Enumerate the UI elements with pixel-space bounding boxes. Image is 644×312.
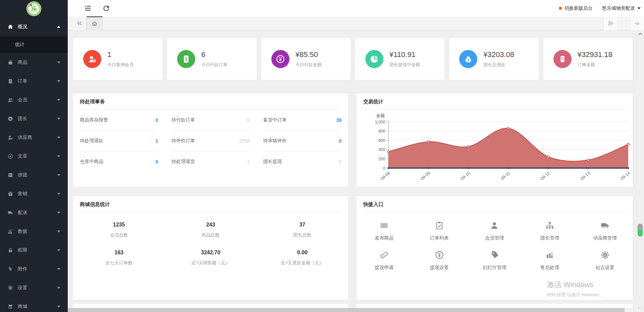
quick-entry-2[interactable]: 订单列表 bbox=[412, 220, 467, 241]
gear-icon bbox=[7, 285, 13, 291]
sidebar-item-leaders[interactable]: 团长 bbox=[0, 109, 68, 128]
sidebar-item-goods[interactable]: 商品 bbox=[0, 53, 68, 72]
face-icon bbox=[7, 116, 13, 122]
chevron-down-icon bbox=[57, 212, 60, 214]
quick-entry-grid: 发布商品订单列表会员管理团长管理供应商管理提现申请提现设置幻灯片管理售后处理站点… bbox=[357, 220, 633, 271]
vertical-scrollbar[interactable] bbox=[636, 30, 644, 312]
sidebar-item-marketing[interactable]: 营销 bbox=[0, 185, 68, 203]
sidebar-item-data[interactable]: 数据 bbox=[0, 222, 68, 241]
pending-item-value[interactable]: 1 bbox=[156, 138, 158, 144]
sidebar-item-suppliers[interactable]: 供应商 bbox=[0, 128, 68, 147]
sidebar-item-mall[interactable]: 商城 bbox=[0, 297, 68, 312]
svg-text:1,000: 1,000 bbox=[375, 120, 385, 124]
quick-entry-5[interactable]: 供应商管理 bbox=[577, 220, 633, 241]
quick-entry-9[interactable]: 售后处理 bbox=[522, 249, 578, 271]
scroll-up-icon[interactable] bbox=[636, 31, 644, 37]
refresh-icon[interactable] bbox=[102, 4, 110, 12]
pending-item-label: 仓库中商品 bbox=[80, 159, 103, 165]
switch-new-admin-link[interactable]: 切换新版后台 bbox=[559, 5, 593, 11]
pending-item-value[interactable]: 0 bbox=[156, 117, 158, 123]
vertical-scrollbar-thumb[interactable] bbox=[638, 224, 643, 237]
stat-card-label: 订单金额 bbox=[578, 62, 612, 68]
mall-stats-panel: 商城信息统计 1235会员总数243商品总数37团长总数163近七天订单数324… bbox=[73, 196, 348, 300]
svg-text:200: 200 bbox=[378, 157, 385, 161]
sidebar-item-label: 拼团 bbox=[18, 172, 28, 178]
mall-stat-label: 近7天退款金额（元） bbox=[257, 260, 348, 266]
tabs-scroll-left-icon[interactable] bbox=[73, 16, 87, 30]
mall-stat: 3242.70近7天销售额（元） bbox=[165, 250, 256, 266]
pending-item-value[interactable]: 0 bbox=[247, 117, 250, 123]
stat-card-label: 今日新增会员 bbox=[107, 62, 133, 68]
pending-item-value[interactable]: 3 bbox=[339, 159, 341, 164]
sidebar-item-groupon[interactable]: 拼拼团 bbox=[0, 166, 68, 185]
sidebar-item-label: 文章 bbox=[18, 153, 28, 159]
tabs-menu-down-icon[interactable] bbox=[630, 16, 644, 30]
sidebar-subitem-stats[interactable]: 统计 bbox=[0, 36, 68, 53]
quick-entry-10[interactable]: 站点设置 bbox=[577, 249, 633, 271]
pending-item: 备货中订单39 bbox=[263, 110, 341, 131]
pending-item: 待处理退货1 bbox=[171, 151, 250, 172]
quick-entry-1[interactable]: 发布商品 bbox=[357, 220, 412, 241]
user-icon bbox=[467, 220, 522, 231]
sidebar-item-settings[interactable]: 设置 bbox=[0, 278, 68, 297]
mall-stat-value: 3242.70 bbox=[165, 250, 256, 256]
pending-item-value[interactable]: 39 bbox=[336, 117, 341, 123]
account-dropdown[interactable]: 悠乐城物资配送 bbox=[602, 5, 641, 11]
quick-entry-8[interactable]: 幻灯片管理 bbox=[467, 249, 522, 271]
pending-panel-title: 待处理事务 bbox=[73, 94, 348, 109]
chevron-down-icon bbox=[57, 61, 60, 63]
sidebar-item-label: 营销 bbox=[18, 191, 28, 197]
quick-entry-label: 发布商品 bbox=[357, 235, 412, 241]
pin-icon: 拼 bbox=[7, 172, 13, 178]
pending-item-value[interactable]: 0 bbox=[339, 138, 341, 144]
chevron-down-icon bbox=[57, 155, 60, 157]
sidebar-menu: 概况统计商品订单会员团长供应商文章拼拼团营销配送数据权限附件设置商城 bbox=[0, 17, 68, 312]
mall-stat-value: 0.00 bbox=[257, 250, 348, 256]
pending-item-value[interactable]: 1 bbox=[247, 159, 250, 164]
sidebar-item-members[interactable]: 会员 bbox=[0, 91, 68, 109]
sidebar-item-overview[interactable]: 概况 bbox=[0, 17, 68, 36]
sidebar-item-attachment[interactable]: 附件 bbox=[0, 260, 68, 278]
sidebar-item-articles[interactable]: 文章 bbox=[0, 147, 68, 166]
mall-stat: 37团长总数 bbox=[257, 222, 348, 238]
quick-entry-4[interactable]: 团长管理 bbox=[522, 220, 578, 241]
quick-entry-6[interactable]: 提现申请 bbox=[357, 249, 412, 271]
app-logo[interactable]: 乐 bbox=[0, 0, 68, 17]
money-bag-icon bbox=[459, 50, 477, 68]
truck-icon bbox=[577, 220, 633, 231]
svg-text:09-12: 09-12 bbox=[540, 171, 551, 181]
sidebar-toggle-icon[interactable] bbox=[84, 4, 92, 12]
sidebar-item-orders[interactable]: 订单 bbox=[0, 72, 68, 91]
yen-circle-icon bbox=[412, 249, 467, 261]
sidebar-item-label: 概况 bbox=[18, 24, 28, 30]
horizontal-scrollbar-thumb[interactable] bbox=[68, 308, 625, 312]
mall-stat-value: 1235 bbox=[73, 222, 165, 228]
pending-panel: 待处理事务 商品库存报警0待付款订单0备货中订单39待处理退款1待评价订单225… bbox=[73, 94, 348, 187]
pending-item: 仓库中商品0 bbox=[80, 151, 158, 172]
horizontal-scrollbar[interactable] bbox=[68, 308, 636, 312]
pending-item: 商品库存报警0 bbox=[80, 110, 158, 131]
scrollbar-corner bbox=[636, 308, 644, 312]
mall-stats-grid: 1235会员总数243商品总数37团长总数163近七天订单数3242.70近7天… bbox=[73, 222, 348, 266]
clip-icon bbox=[7, 266, 13, 272]
pending-item-value[interactable]: 0 bbox=[156, 159, 158, 164]
sidebar-item-label: 配送 bbox=[18, 210, 28, 216]
sidebar-item-delivery[interactable]: 配送 bbox=[0, 203, 68, 222]
chevron-down-icon bbox=[57, 99, 60, 101]
quick-entry-label: 团长管理 bbox=[522, 235, 578, 241]
stat-card-label: 团长提现中金额 bbox=[389, 62, 420, 68]
quick-entry-3[interactable]: 会员管理 bbox=[467, 220, 522, 241]
stat-card-label: 今日付款金额 bbox=[296, 62, 322, 68]
quick-entry-7[interactable]: 提现设置 bbox=[412, 249, 467, 271]
stat-card: 6今日付款订单 bbox=[167, 38, 256, 80]
tabs-scroll-right-icon[interactable] bbox=[603, 16, 617, 30]
gear-icon bbox=[577, 249, 633, 261]
sidebar-item-permission[interactable]: 权限 bbox=[0, 241, 68, 260]
chevron-down-icon bbox=[57, 174, 60, 176]
mall-stat: 163近七天订单数 bbox=[73, 250, 165, 266]
pending-item-value[interactable]: 2258 bbox=[239, 138, 250, 144]
stat-card-value: ¥85.50 bbox=[296, 50, 322, 59]
tab-home[interactable] bbox=[87, 16, 103, 30]
switch-new-admin-label: 切换新版后台 bbox=[565, 5, 593, 11]
stat-card-text: ¥85.50今日付款金额 bbox=[296, 50, 322, 68]
